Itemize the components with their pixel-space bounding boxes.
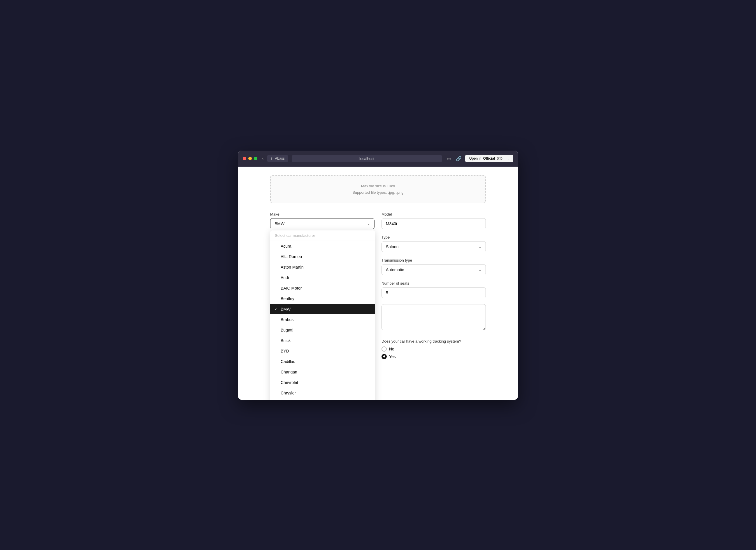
open-btn-shortcut: ⌘O [497,157,502,161]
browser-tab[interactable]: ⬆ Abass [267,155,288,162]
open-btn-label: Open in [469,157,481,161]
radio-yes-circle [381,354,387,359]
dropdown-placeholder: Select car manufacturer [270,231,375,241]
model-label: Model [381,212,486,217]
option-byd[interactable]: BYD [270,346,375,356]
transmission-selected-value: Automatic [386,268,404,272]
close-button[interactable] [243,157,246,160]
radio-yes[interactable]: Yes [381,354,486,359]
open-btn-brand: Official [483,157,495,161]
seats-label: Number of seats [381,281,486,285]
option-changan[interactable]: Changan [270,367,375,377]
make-select-wrapper: BMW ⌄ Select car manufacturer Acura Alfa… [270,218,375,229]
tracking-question: Does your car have a working tracking sy… [381,339,486,343]
option-cadillac[interactable]: Cadillac [270,356,375,367]
make-label: Make [270,212,375,217]
open-official-button[interactable]: Open in Official ⌘O ⌄ [465,155,513,162]
radio-no[interactable]: No [381,346,486,351]
browser-content: Max file size is 10kb Supported file typ… [238,167,518,400]
upload-line1: Max file size is 10kb [361,184,395,188]
option-buick[interactable]: Buick [270,335,375,346]
option-citroen[interactable]: Citroen [270,398,375,400]
option-acura[interactable]: Acura [270,241,375,252]
description-textarea[interactable] [381,304,486,330]
upload-area[interactable]: Max file size is 10kb Supported file typ… [270,175,486,203]
transmission-label: Transmission type [381,258,486,263]
model-group: Model [381,212,486,229]
tracking-section: Does your car have a working tracking sy… [381,339,486,359]
transmission-group: Transmission type Automatic ⌄ [381,258,486,275]
type-selected-value: Saloon [386,245,399,249]
seats-group: Number of seats [381,281,486,298]
option-aston-martin[interactable]: Aston Martin [270,262,375,273]
transmission-select-wrapper: Automatic ⌄ [381,264,486,275]
radio-group: No Yes [381,346,486,359]
type-select[interactable]: Saloon ⌄ [381,241,486,252]
url-bar[interactable]: localhost [292,155,442,162]
option-chevrolet[interactable]: Chevrolet [270,377,375,388]
make-group: Make BMW ⌄ Select car manufacturer Acura… [270,212,375,359]
option-brabus[interactable]: Brabus [270,314,375,325]
browser-titlebar: ‹ ⬆ Abass localhost ▭ 🔗 Open in Official… [238,151,518,167]
browser-window: ‹ ⬆ Abass localhost ▭ 🔗 Open in Official… [238,151,518,400]
option-bugatti[interactable]: Bugatti [270,325,375,335]
option-chrysler[interactable]: Chrysler [270,388,375,398]
seats-input[interactable] [381,287,486,298]
upload-icon: ⬆ [270,157,273,161]
minimize-button[interactable] [248,157,252,160]
type-select-wrapper: Saloon ⌄ [381,241,486,252]
option-alfa-romeo[interactable]: Alfa Romeo [270,252,375,262]
traffic-lights [243,157,257,160]
option-bentley[interactable]: Bentley [270,293,375,304]
type-group: Type Saloon ⌄ [381,235,486,252]
link-icon[interactable]: 🔗 [455,155,463,163]
make-select[interactable]: BMW ⌄ [270,218,375,229]
make-chevron-icon: ⌄ [367,222,370,226]
chevron-down-icon[interactable]: ⌄ [505,157,509,160]
radio-no-label: No [389,347,394,351]
fullscreen-button[interactable] [254,157,257,160]
back-button[interactable]: ‹ [262,156,263,161]
option-bmw[interactable]: BMW [270,304,375,314]
type-label: Type [381,235,486,240]
option-baic-motor[interactable]: BAIC Motor [270,283,375,293]
option-audi[interactable]: Audi [270,273,375,283]
right-fields: Model Type Saloon ⌄ Transmiss [381,212,486,359]
transmission-chevron-icon: ⌄ [479,268,481,272]
make-model-row: Make BMW ⌄ Select car manufacturer Acura… [270,212,486,359]
radio-no-circle [381,346,387,351]
radio-yes-label: Yes [389,354,396,359]
url-text: localhost [359,157,374,161]
upload-line2: Supported file types: .jpg, .png [352,190,404,195]
model-input[interactable] [381,218,486,229]
make-dropdown: Select car manufacturer Acura Alfa Romeo… [270,231,375,400]
type-chevron-icon: ⌄ [479,245,481,249]
transmission-select[interactable]: Automatic ⌄ [381,264,486,275]
form-container: Max file size is 10kb Supported file typ… [264,175,492,377]
make-selected-value: BMW [275,222,284,226]
cast-icon[interactable]: ▭ [446,155,452,163]
browser-actions: ▭ 🔗 Open in Official ⌘O ⌄ [446,155,513,163]
tab-label: Abass [275,157,284,161]
